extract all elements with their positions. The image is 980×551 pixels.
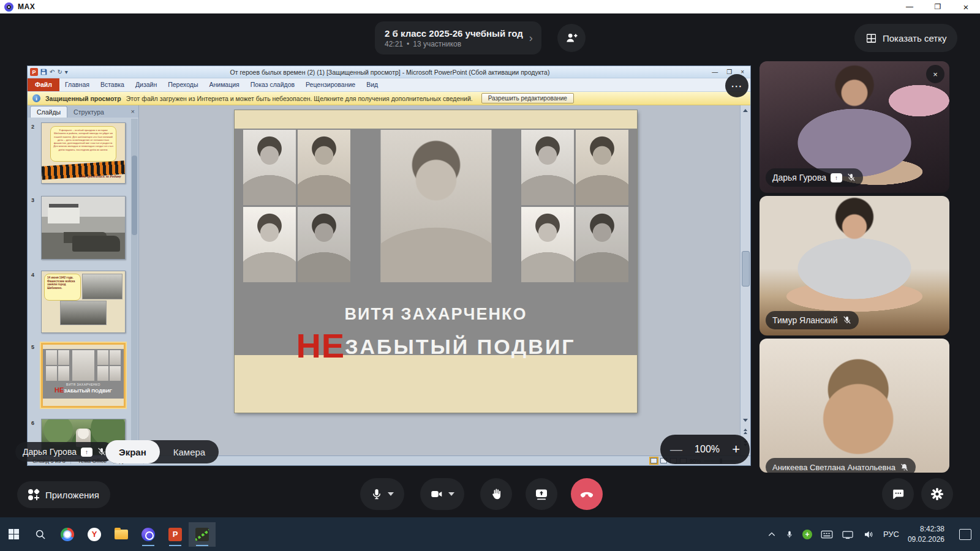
taskbar-active-app[interactable] — [189, 522, 216, 547]
slide-thumbnail-4[interactable]: 4 14 июня 1942 года. Фашистские войска з… — [28, 271, 138, 333]
taskbar-explorer[interactable] — [108, 522, 135, 547]
ribbon-tab-transitions[interactable]: Переходы — [162, 78, 203, 91]
current-slide[interactable]: ВИТЯ ЗАХАРЧЕНКО НЕЗАБЫТЫЙ ПОДВИГ — [235, 110, 637, 413]
apps-button[interactable]: Приложения — [17, 481, 110, 508]
ribbon-tab-insert[interactable]: Вставка — [95, 78, 130, 91]
mic-options-chevron-icon[interactable] — [388, 492, 394, 496]
previous-slide-button[interactable] — [742, 426, 749, 436]
tab-slides[interactable]: Слайды — [30, 106, 67, 118]
ppt-maximize-button[interactable]: ❐ — [726, 69, 732, 75]
chat-button[interactable] — [882, 478, 914, 510]
camera-tab[interactable]: Камера — [160, 440, 219, 463]
taskbar-max-app[interactable] — [135, 522, 162, 547]
pioneer-portrait — [298, 130, 350, 205]
save-icon[interactable] — [40, 69, 47, 75]
participant-tile-timur[interactable]: Тимур Яланский — [760, 196, 949, 335]
panel-scroll-thumb[interactable] — [132, 156, 137, 235]
scroll-up-arrow[interactable] — [742, 107, 749, 114]
language-indicator[interactable]: РУС — [883, 530, 899, 539]
enable-editing-button[interactable]: Разрешить редактирование — [481, 93, 574, 103]
running-indicator — [169, 545, 181, 546]
taskbar-yandex[interactable]: Y — [81, 522, 108, 547]
slide4-preview: 14 июня 1942 года. Фашистские войска зан… — [42, 271, 125, 332]
os-titlebar: MAX — ❐ × — [0, 0, 980, 13]
unpin-icon[interactable]: × — [926, 65, 944, 83]
sharer-label-pill: Дарья Гурова ↑ — [15, 442, 114, 462]
screen-tab[interactable]: Экран — [105, 440, 160, 463]
powerpoint-window: P ↶ ↻ ▾ От героев былых времен (2) (1) [… — [28, 66, 750, 465]
meeting-header[interactable]: 2 б класс 2025-26 учебный год 42:21 • 13… — [375, 21, 541, 54]
maximize-button[interactable]: ❐ — [924, 0, 952, 13]
slide-number: 6 — [31, 420, 34, 426]
start-button[interactable] — [0, 522, 27, 547]
ppt-close-button[interactable]: × — [741, 69, 744, 75]
dot-separator: • — [407, 40, 409, 48]
slide4-photo2 — [60, 301, 107, 325]
camera-options-chevron-icon[interactable] — [448, 492, 454, 496]
taskbar-chrome[interactable] — [54, 522, 81, 547]
ppt-minimize-button[interactable]: — — [712, 69, 718, 75]
photo-grid-left — [243, 130, 350, 282]
tray-expand-chevron-icon[interactable] — [767, 530, 777, 539]
participant-tile-third[interactable]: Аникеева Светлана Анатольевна — [760, 339, 949, 473]
screen-share-button[interactable] — [526, 478, 557, 510]
chevron-right-icon: › — [529, 32, 533, 43]
minimize-button[interactable]: — — [895, 0, 924, 13]
system-tray: + РУС 8:42:38 09.02.2026 — [767, 524, 980, 545]
zoom-in-button[interactable]: + — [732, 441, 740, 457]
ribbon-tab-design[interactable]: Дизайн — [130, 78, 162, 91]
microphone-button[interactable] — [360, 478, 404, 510]
participant-tile-darya[interactable]: × Дарья Гурова ↑ — [760, 61, 949, 193]
slide2-text: 9 февраля – особый праздник в истории Ше… — [51, 127, 116, 153]
chat-icon — [891, 487, 905, 501]
powerpoint-icon: P — [168, 528, 182, 541]
tray-keyboard-icon[interactable] — [821, 530, 833, 539]
tray-mic-icon[interactable] — [785, 529, 794, 540]
normal-view-icon[interactable] — [650, 458, 657, 463]
camera-button[interactable] — [420, 478, 464, 510]
raise-hand-button[interactable] — [480, 478, 512, 510]
slide-thumbnail-3[interactable]: 3 — [28, 196, 138, 260]
more-options-button[interactable]: ⋯ — [725, 74, 748, 97]
screen-share-icon — [534, 487, 549, 501]
mini-cream-bottom — [43, 399, 124, 406]
meeting-duration: 42:21 — [385, 40, 403, 48]
slide3-tank-photo — [42, 197, 125, 259]
add-participant-button[interactable] — [557, 24, 586, 52]
ribbon-tab-slideshow[interactable]: Показ слайдов — [245, 78, 300, 91]
participant-name-pill: Дарья Гурова ↑ — [766, 168, 863, 187]
undo-icon[interactable]: ↶ — [50, 69, 55, 75]
show-grid-button[interactable]: Показать сетку — [854, 24, 957, 52]
close-button[interactable]: × — [952, 0, 980, 13]
vitya-portrait — [380, 130, 491, 282]
panel-close-icon[interactable]: × — [131, 108, 135, 115]
tray-network-icon[interactable] — [842, 530, 854, 539]
tab-outline[interactable]: Структура — [67, 107, 110, 118]
redo-icon[interactable]: ↻ — [57, 69, 62, 75]
tray-antivirus-icon[interactable]: + — [802, 530, 812, 539]
ribbon-tab-review[interactable]: Рецензирование — [300, 78, 361, 91]
zoom-out-button[interactable]: — — [670, 443, 682, 457]
action-center-icon[interactable] — [959, 529, 971, 540]
slide-thumbnail-5-selected[interactable]: 5 ВИТЯ ЗАХАРЧЕНКО НЕЗАБЫТЫЙ ПОДВИГ — [28, 343, 138, 408]
mini-slide-subtitle: НЕЗАБЫТЫЙ ПОДВИГ — [43, 386, 124, 394]
taskbar-search-button[interactable] — [27, 522, 54, 547]
slide-title: ВИТЯ ЗАХАРЧЕНКО — [235, 305, 637, 324]
taskbar-powerpoint[interactable]: P — [162, 522, 189, 547]
slide4-photo1 — [82, 274, 123, 299]
slide-thumbnail-2[interactable]: 2 9 февраля – особый праздник в истории … — [28, 122, 138, 184]
editor-scrollbar[interactable] — [740, 105, 750, 455]
scroll-thumb[interactable] — [742, 251, 750, 287]
ribbon-tab-view[interactable]: Вид — [361, 78, 383, 91]
ribbon-tab-home[interactable]: Главная — [59, 78, 95, 91]
panel-scrollbar[interactable] — [131, 119, 138, 455]
ribbon-tab-animations[interactable]: Анимация — [203, 78, 244, 91]
settings-button[interactable] — [921, 478, 953, 510]
scroll-down-arrow[interactable] — [742, 416, 749, 424]
max-logo-icon — [4, 2, 13, 12]
end-call-button[interactable] — [571, 478, 603, 510]
pioneer-portrait — [243, 207, 296, 282]
taskbar-clock[interactable]: 8:42:38 09.02.2026 — [908, 524, 944, 545]
tray-volume-icon[interactable] — [862, 529, 875, 540]
ribbon-tab-file[interactable]: Файл — [28, 78, 59, 91]
